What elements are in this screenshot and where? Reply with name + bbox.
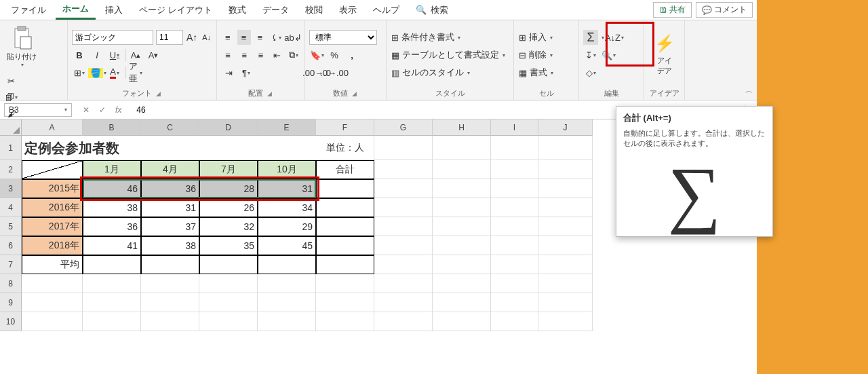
tab-page-layout[interactable]: ページ レイアウト bbox=[132, 1, 219, 19]
cell[interactable]: 45 bbox=[258, 236, 316, 255]
select-all-corner[interactable] bbox=[0, 119, 22, 136]
cell[interactable] bbox=[491, 255, 538, 274]
cell[interactable] bbox=[316, 274, 374, 293]
cell[interactable] bbox=[538, 293, 593, 312]
wrap-text-button[interactable]: ab↲ bbox=[285, 30, 300, 45]
row-header[interactable]: 9 bbox=[0, 293, 22, 312]
chevron-down-icon[interactable]: ▾ bbox=[64, 107, 67, 113]
cell[interactable]: 31 bbox=[141, 198, 199, 217]
format-as-table-button[interactable]: ▦テーブルとして書式設定▾ bbox=[391, 48, 509, 62]
cut-button[interactable]: ✂ bbox=[4, 73, 19, 88]
row-header[interactable]: 3 bbox=[0, 179, 22, 198]
cell[interactable] bbox=[141, 293, 199, 312]
cell[interactable] bbox=[199, 136, 258, 160]
cell[interactable] bbox=[374, 236, 433, 255]
decrease-indent-button[interactable]: ⇤ bbox=[271, 48, 284, 62]
cell[interactable] bbox=[199, 255, 258, 274]
cell[interactable] bbox=[538, 312, 593, 331]
cell[interactable] bbox=[316, 255, 374, 274]
cell[interactable] bbox=[433, 236, 491, 255]
cell[interactable] bbox=[538, 160, 593, 179]
cell[interactable] bbox=[141, 312, 199, 331]
cell[interactable]: 28 bbox=[199, 179, 258, 198]
row-header[interactable]: 2 bbox=[0, 160, 22, 179]
cell[interactable]: 平均 bbox=[22, 255, 83, 274]
ideas-button[interactable]: ⚡ アイ デア bbox=[648, 23, 680, 87]
cell[interactable] bbox=[316, 312, 374, 331]
percent-button[interactable]: % bbox=[327, 48, 342, 62]
search-icon[interactable]: 🔍 bbox=[409, 2, 428, 18]
cell[interactable] bbox=[141, 274, 199, 293]
delete-cells-button[interactable]: ⊟削除▾ bbox=[518, 48, 574, 62]
row-header[interactable]: 1 bbox=[0, 136, 22, 160]
cell[interactable] bbox=[538, 236, 593, 255]
cell[interactable]: 46 bbox=[83, 179, 141, 198]
align-left-button[interactable]: ≡ bbox=[221, 48, 235, 62]
tab-formulas[interactable]: 数式 bbox=[222, 1, 253, 19]
cell[interactable]: 35 bbox=[199, 236, 258, 255]
align-bottom-button[interactable]: ≡ bbox=[254, 30, 267, 45]
cell[interactable] bbox=[374, 160, 433, 179]
cell[interactable] bbox=[141, 136, 199, 160]
font-size-combo[interactable] bbox=[156, 30, 183, 45]
cell[interactable] bbox=[433, 255, 491, 274]
increase-indent-button[interactable]: ⇥ bbox=[221, 65, 236, 80]
row-header[interactable]: 7 bbox=[0, 255, 22, 274]
cell[interactable] bbox=[491, 236, 538, 255]
cell[interactable] bbox=[374, 179, 433, 198]
cell[interactable] bbox=[491, 160, 538, 179]
orientation-button[interactable]: ⤹▾ bbox=[269, 30, 283, 45]
cell[interactable]: 38 bbox=[83, 198, 141, 217]
align-center-button[interactable]: ≡ bbox=[237, 48, 251, 62]
row-header[interactable]: 4 bbox=[0, 198, 22, 217]
cell[interactable] bbox=[538, 179, 593, 198]
cell[interactable] bbox=[374, 255, 433, 274]
cell[interactable]: 29 bbox=[258, 217, 316, 236]
cell[interactable]: 26 bbox=[199, 198, 258, 217]
sort-filter-button[interactable]: A↓Z▾ bbox=[607, 30, 622, 45]
share-button[interactable]: 🖻共有 bbox=[653, 2, 692, 18]
decrease-decimal-button[interactable]: .0→.00 bbox=[327, 65, 342, 80]
rtl-button[interactable]: ¶▾ bbox=[239, 65, 254, 80]
tab-file[interactable]: ファイル bbox=[4, 1, 53, 19]
cell[interactable] bbox=[258, 312, 316, 331]
col-header[interactable]: H bbox=[433, 119, 491, 136]
cell[interactable] bbox=[316, 179, 374, 198]
collapse-ribbon-button[interactable]: ︿ bbox=[745, 86, 753, 96]
cell[interactable] bbox=[433, 293, 491, 312]
cell[interactable]: 2018年 bbox=[22, 236, 83, 255]
col-header[interactable]: J bbox=[538, 119, 593, 136]
cell[interactable] bbox=[538, 255, 593, 274]
accounting-format-button[interactable]: 🔖▾ bbox=[309, 48, 324, 62]
fill-color-button[interactable]: 🪣▾ bbox=[90, 65, 104, 80]
cell[interactable] bbox=[316, 198, 374, 217]
cell[interactable]: 36 bbox=[83, 217, 141, 236]
cell[interactable] bbox=[538, 274, 593, 293]
cell[interactable] bbox=[491, 179, 538, 198]
cell[interactable] bbox=[433, 179, 491, 198]
bold-button[interactable]: B bbox=[72, 48, 87, 62]
cell[interactable]: 37 bbox=[141, 217, 199, 236]
cell[interactable] bbox=[491, 217, 538, 236]
cell[interactable] bbox=[374, 136, 433, 160]
cell[interactable] bbox=[258, 255, 316, 274]
insert-cells-button[interactable]: ⊞挿入▾ bbox=[518, 30, 574, 45]
cell[interactable] bbox=[433, 136, 491, 160]
cell[interactable] bbox=[22, 136, 83, 160]
cell[interactable] bbox=[491, 198, 538, 217]
cell[interactable] bbox=[22, 160, 83, 179]
tab-help[interactable]: ヘルプ bbox=[366, 1, 406, 19]
cell[interactable]: 1月 bbox=[83, 160, 141, 179]
cell[interactable] bbox=[258, 274, 316, 293]
cell[interactable] bbox=[199, 312, 258, 331]
cell[interactable]: 7月 bbox=[199, 160, 258, 179]
decrease-font-button[interactable]: A↓ bbox=[201, 30, 212, 45]
font-dialog-launcher[interactable]: ◢ bbox=[155, 90, 162, 97]
font-color-button[interactable]: A▾ bbox=[107, 65, 122, 80]
cell[interactable]: 31 bbox=[258, 179, 316, 198]
paste-button[interactable]: 貼り付け▾ bbox=[4, 23, 39, 71]
cell[interactable] bbox=[258, 293, 316, 312]
cell[interactable] bbox=[258, 136, 316, 160]
cell[interactable] bbox=[491, 312, 538, 331]
cell[interactable] bbox=[83, 255, 141, 274]
